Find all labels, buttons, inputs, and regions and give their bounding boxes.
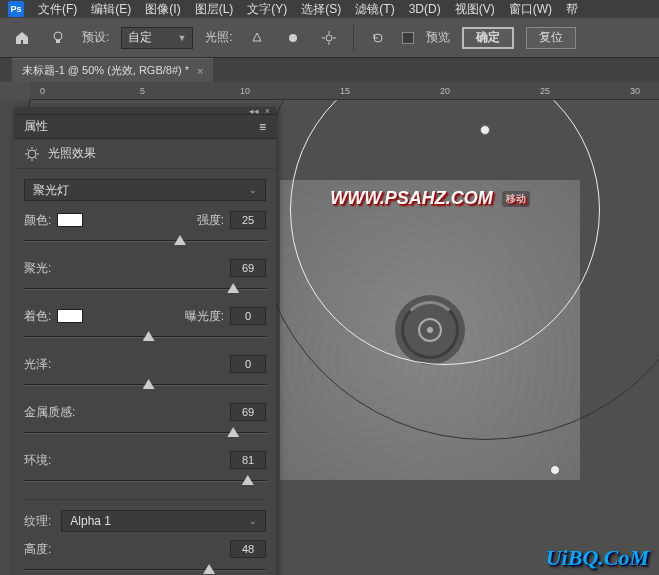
panel-tab[interactable]: 属性 ≡ — [14, 115, 276, 139]
chevron-down-icon: ⌄ — [249, 185, 257, 195]
intensity-label: 强度: — [197, 212, 224, 229]
exposure-input[interactable]: 0 — [230, 307, 266, 325]
preview-checkbox[interactable] — [402, 32, 414, 44]
height-slider[interactable] — [24, 562, 266, 575]
document-tabstrip: 未标题-1 @ 50% (光效, RGB/8#) * × — [0, 58, 659, 82]
tint-swatch[interactable] — [57, 309, 83, 323]
ruler-mark: 5 — [140, 86, 145, 96]
light-type-dropdown[interactable]: 聚光灯 ⌄ — [24, 179, 266, 201]
color-swatch[interactable] — [57, 213, 83, 227]
ruler-mark: 25 — [540, 86, 550, 96]
ruler-mark: 15 — [340, 86, 350, 96]
gizmo-inner — [418, 318, 442, 342]
home-icon[interactable] — [10, 26, 34, 50]
panel-section-label: 光照效果 — [48, 145, 96, 162]
divider — [353, 25, 354, 51]
metallic-input[interactable]: 69 — [230, 403, 266, 421]
exposure-slider[interactable] — [24, 329, 266, 345]
separator — [24, 499, 266, 500]
exposure-label: 曝光度: — [185, 308, 224, 325]
texture-dropdown[interactable]: Alpha 1 ⌄ — [61, 510, 266, 532]
light-type-value: 聚光灯 — [33, 182, 69, 199]
panel-grip[interactable]: ◂◂× — [14, 107, 276, 115]
panel-close-icon[interactable]: × — [265, 106, 270, 116]
artboard: WWW.PSAHZ.COM 移动 — [280, 180, 580, 480]
intensity-slider[interactable] — [24, 233, 266, 249]
ok-button[interactable]: 确定 — [462, 27, 514, 49]
ruler-mark: 30 — [630, 86, 640, 96]
tint-label: 着色: — [24, 308, 51, 325]
texture-value: Alpha 1 — [70, 514, 111, 528]
light-handle[interactable] — [480, 125, 490, 135]
menu-view[interactable]: 视图(V) — [455, 1, 495, 18]
menu-3d[interactable]: 3D(D) — [409, 2, 441, 16]
texture-label: 纹理: — [24, 513, 51, 530]
menu-select[interactable]: 选择(S) — [301, 1, 341, 18]
hotspot-slider[interactable] — [24, 281, 266, 297]
panel-title: 属性 — [24, 118, 48, 135]
reset-button[interactable]: 复位 — [526, 27, 576, 49]
properties-panel: ◂◂× 属性 ≡ 光照效果 聚光灯 ⌄ 颜色: 强度: 25 聚光: 69 着色… — [14, 107, 276, 575]
height-label: 高度: — [24, 541, 51, 558]
watermark-url: WWW.PSAHZ.COM 移动 — [280, 188, 580, 209]
svg-point-3 — [326, 35, 332, 41]
preset-label: 预设: — [82, 29, 109, 46]
color-label: 颜色: — [24, 212, 51, 229]
move-badge: 移动 — [502, 191, 530, 207]
preset-value: 自定 — [128, 29, 152, 46]
site-watermark: UiBQ.CoM — [546, 545, 649, 571]
menu-window[interactable]: 窗口(W) — [509, 1, 552, 18]
ruler-mark: 10 — [240, 86, 250, 96]
document-tab[interactable]: 未标题-1 @ 50% (光效, RGB/8#) * × — [12, 58, 213, 82]
lighting-effects-icon — [24, 146, 40, 162]
horizontal-ruler: 0 5 10 15 20 25 30 — [30, 82, 659, 100]
ambience-input[interactable]: 81 — [230, 451, 266, 469]
document-tab-label: 未标题-1 @ 50% (光效, RGB/8#) * — [22, 63, 189, 78]
gloss-input[interactable]: 0 — [230, 355, 266, 373]
ruler-mark: 20 — [440, 86, 450, 96]
menu-file[interactable]: 文件(F) — [38, 1, 77, 18]
light-handle[interactable] — [550, 465, 560, 475]
gloss-slider[interactable] — [24, 377, 266, 393]
panel-menu-icon[interactable]: ≡ — [259, 120, 266, 134]
hotspot-label: 聚光: — [24, 260, 51, 277]
ambience-label: 环境: — [24, 452, 51, 469]
options-bar: 预设: 自定 ▼ 光照: 预览 确定 复位 — [0, 18, 659, 58]
intensity-input[interactable]: 25 — [230, 211, 266, 229]
reset-rotation-icon[interactable] — [366, 26, 390, 50]
metallic-label: 金属质感: — [24, 404, 75, 421]
chevron-down-icon: ▼ — [177, 33, 186, 43]
panel-section-header: 光照效果 — [14, 139, 276, 169]
panel-body: 聚光灯 ⌄ 颜色: 强度: 25 聚光: 69 着色: 曝光度: 0 光泽: — [14, 169, 276, 575]
ambience-slider[interactable] — [24, 473, 266, 489]
menu-image[interactable]: 图像(I) — [145, 1, 180, 18]
svg-rect-1 — [56, 40, 60, 43]
metallic-slider[interactable] — [24, 425, 266, 441]
spotlight-icon[interactable] — [245, 26, 269, 50]
infinitelight-icon[interactable] — [317, 26, 341, 50]
chevron-down-icon: ⌄ — [249, 516, 257, 526]
menu-edit[interactable]: 编辑(E) — [91, 1, 131, 18]
svg-point-4 — [28, 150, 36, 158]
menu-type[interactable]: 文字(Y) — [247, 1, 287, 18]
light-label: 光照: — [205, 29, 232, 46]
close-icon[interactable]: × — [197, 65, 203, 77]
main-menu: Ps 文件(F) 编辑(E) 图像(I) 图层(L) 文字(Y) 选择(S) 滤… — [0, 0, 659, 18]
pointlight-icon[interactable] — [281, 26, 305, 50]
preview-label: 预览 — [426, 29, 450, 46]
hotspot-input[interactable]: 69 — [230, 259, 266, 277]
ruler-mark: 0 — [40, 86, 45, 96]
gloss-label: 光泽: — [24, 356, 51, 373]
collapse-icon[interactable]: ◂◂ — [249, 106, 259, 116]
svg-point-0 — [54, 32, 62, 40]
url-text: WWW.PSAHZ.COM — [330, 188, 493, 208]
svg-point-2 — [289, 34, 297, 42]
menu-help[interactable]: 帮 — [566, 1, 578, 18]
menu-filter[interactable]: 滤镜(T) — [355, 1, 394, 18]
menu-layer[interactable]: 图层(L) — [195, 1, 234, 18]
bulb-icon[interactable] — [46, 26, 70, 50]
height-input[interactable]: 48 — [230, 540, 266, 558]
app-logo: Ps — [8, 1, 24, 17]
preset-dropdown[interactable]: 自定 ▼ — [121, 27, 193, 49]
light-center-gizmo[interactable] — [395, 295, 465, 365]
